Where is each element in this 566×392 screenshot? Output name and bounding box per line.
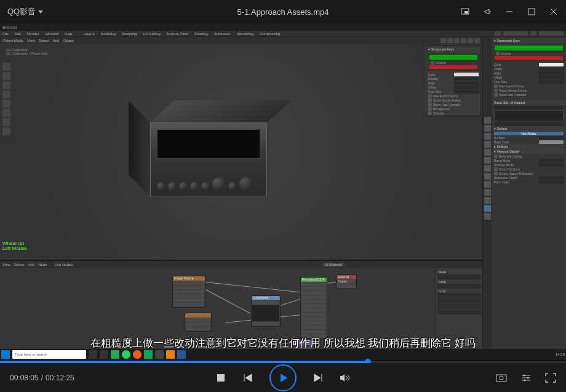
image-texture-node-2 <box>185 313 212 332</box>
chevron-down-icon <box>38 10 43 14</box>
scene-tab-icon <box>484 141 491 148</box>
data-tab-icon <box>484 197 491 204</box>
svg-point-9 <box>524 374 525 376</box>
material-name-field <box>494 122 564 126</box>
principled-bsdf-node: Principled BSDF <box>300 277 327 339</box>
previous-button[interactable] <box>242 372 253 383</box>
viewport-header: Object Mode ViewSelectAddObject <box>0 37 482 44</box>
windows-taskbar: Type here to search 14:53 <box>0 349 566 360</box>
close-button[interactable] <box>549 7 559 17</box>
blender-viewport: Object Mode ViewSelectAddObject 1st Coll… <box>0 37 482 260</box>
image-texture-node: Image Texture <box>172 276 205 308</box>
select-tool-icon <box>2 63 10 71</box>
colorramp-node: ColorRamp <box>251 295 281 327</box>
file-title: 5-1.Approach Assets.mp4 <box>237 7 329 17</box>
app-icon-2 <box>155 350 164 359</box>
blender-menubar: FileEditRenderWindowHelp LayoutModelingS… <box>0 31 566 37</box>
window-titlebar: QQ影音 5-1.Approach Assets.mp4 <box>0 0 566 23</box>
pip-button[interactable] <box>460 7 470 17</box>
properties-tabs <box>483 37 492 360</box>
volume-button[interactable] <box>340 372 351 383</box>
total-time: 00:12:25 <box>46 374 74 382</box>
current-time: 00:08:05 <box>10 374 39 382</box>
viewport-toolbar <box>2 63 10 135</box>
svg-point-11 <box>524 379 526 381</box>
video-area[interactable]: Blender FileEditRenderWindowHelp LayoutM… <box>0 23 566 360</box>
viewport-info: 1st Collection (1) Collection | Plane.00… <box>6 48 47 55</box>
blender-properties-panel: ▾ Screencast Keys Disable Color Origin A… <box>482 37 566 360</box>
app-name-dropdown[interactable]: QQ影音 <box>7 6 43 17</box>
pin-button[interactable] <box>482 7 492 17</box>
windows-start-icon <box>1 350 10 359</box>
task-view-icon <box>89 350 97 359</box>
node-sidepanel: Node Label Color <box>436 268 482 360</box>
constraint-tab-icon <box>484 189 491 196</box>
blender-titlebar: Blender <box>0 23 566 31</box>
blender-node-editor: ViewSelectAddNode Use Nodes M Material I… <box>0 260 482 360</box>
photoshop-icon <box>144 350 153 359</box>
blender-icon <box>166 350 175 359</box>
material-tab-icon <box>484 205 491 212</box>
chrome-icon <box>133 350 142 359</box>
spotify-icon <box>122 350 130 359</box>
app-name-label: QQ影音 <box>7 6 36 17</box>
settings-button[interactable] <box>520 372 532 383</box>
world-tab-icon <box>484 149 491 156</box>
player-controls: 00:08:05 / 00:12:25 <box>0 363 566 392</box>
scene-selectors <box>495 31 564 36</box>
maximize-button[interactable] <box>527 7 536 17</box>
screencast-enable-bar <box>429 55 477 60</box>
modifier-tab-icon <box>484 165 491 172</box>
svg-point-10 <box>527 377 529 378</box>
svg-rect-6 <box>217 374 225 382</box>
time-display: 00:08:05 / 00:12:25 <box>10 374 74 382</box>
annotate-tool-icon <box>2 118 10 126</box>
viewport-n-panel: ▾ Screencast Keys Disable Color Display … <box>426 46 481 116</box>
transform-tool-icon <box>2 109 10 117</box>
blender-screenshot: Blender FileEditRenderWindowHelp LayoutM… <box>0 23 566 360</box>
windows-search: Type here to search <box>12 350 86 359</box>
output-tab-icon <box>484 125 491 132</box>
minimize-button[interactable] <box>504 7 514 17</box>
next-button[interactable] <box>313 372 324 383</box>
viewlayer-tab-icon <box>484 133 491 140</box>
material-output-node: Material Output <box>336 274 357 289</box>
snapshot-button[interactable] <box>496 372 507 383</box>
particle-tab-icon <box>484 173 491 180</box>
fullscreen-button[interactable] <box>545 372 556 383</box>
screencast-key-display: Wheel Up Left Mouse <box>2 241 27 251</box>
3d-amplifier-mesh <box>143 100 279 206</box>
play-button[interactable] <box>269 364 297 391</box>
rotate-tool-icon <box>2 90 10 98</box>
svg-rect-3 <box>528 9 535 15</box>
app-icon <box>111 350 119 359</box>
physics-tab-icon <box>484 181 491 188</box>
object-tab-icon <box>484 157 491 164</box>
scale-tool-icon <box>2 100 10 108</box>
render-tab-icon <box>484 117 491 124</box>
move-tool-icon <box>2 81 10 89</box>
texture-tab-icon <box>484 213 491 220</box>
stop-button[interactable] <box>215 372 226 383</box>
app-icon-3 <box>177 350 186 359</box>
svg-point-8 <box>500 376 503 380</box>
svg-rect-1 <box>464 11 468 14</box>
explorer-icon <box>100 350 108 359</box>
measure-tool-icon <box>2 127 10 135</box>
cursor-tool-icon <box>2 72 10 80</box>
